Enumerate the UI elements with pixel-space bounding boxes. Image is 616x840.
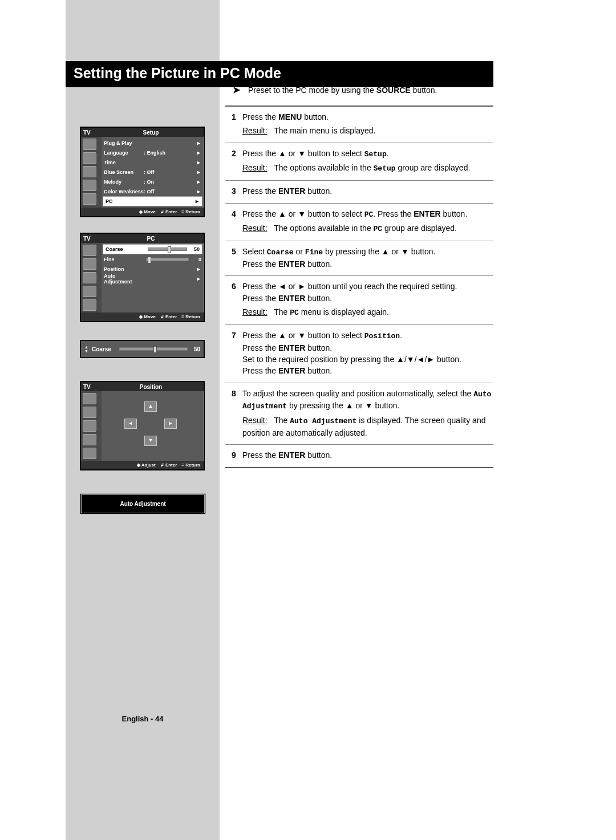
step-body: Press the ENTER button. — [242, 449, 493, 461]
osd-setup-list: Plug & Play►Language: English►Time►Blue … — [102, 137, 204, 208]
osd-footer-hint: ↲ Enter — [160, 462, 177, 468]
osd-footer-hint: ≡ Return — [181, 209, 200, 214]
osd-tv-label: TV — [83, 236, 100, 242]
page-title: Setting the Picture in PC Mode — [66, 61, 493, 87]
step-number: 8 — [225, 388, 242, 439]
osd-menu-item: Language: English► — [102, 148, 204, 157]
osd-menu-item: Time► — [102, 157, 204, 167]
position-up-button: ▲ — [144, 401, 157, 412]
osd-footer-hint: ↲ Enter — [160, 209, 177, 214]
instruction-step: 2Press the ▲ or ▼ button to select Setup… — [225, 143, 493, 181]
instruction-step: 5Select Coarse or Fine by pressing the ▲… — [225, 241, 493, 275]
osd-menu-item: Auto Adjustment► — [102, 274, 204, 283]
intro-text: ➤ Preset to the PC mode by using the SOU… — [233, 84, 437, 95]
result-text: The PC menu is displayed again. — [274, 307, 389, 316]
osd-footer-hint: ≡ Return — [181, 314, 200, 319]
result-text: The main menu is displayed. — [274, 126, 375, 135]
osd-menu-item: Coarse50 — [103, 244, 202, 254]
osd-icon — [83, 258, 96, 270]
result-label: Result: — [242, 126, 268, 135]
osd-menu-item: PC► — [103, 196, 202, 206]
step-number: 1 — [225, 111, 242, 137]
intro-post: button. — [411, 86, 437, 95]
osd-setup-title: Setup — [100, 129, 201, 136]
osd-icon — [83, 299, 96, 311]
coarse-label: Coarse — [92, 346, 117, 352]
osd-icon-column — [81, 243, 102, 313]
instruction-step: 6Press the ◄ or ► button until you reach… — [225, 275, 493, 324]
coarse-adjust-strip: ▲▼ Coarse 50 — [80, 340, 205, 358]
osd-pc-list: Coarse50Fine0Position►Auto Adjustment► — [102, 243, 204, 313]
osd-footer-hint: ≡ Return — [181, 462, 200, 468]
osd-menu-item: Plug & Play► — [102, 138, 204, 148]
osd-menu-item: Position► — [102, 264, 204, 274]
osd-pc-title: PC — [100, 236, 201, 242]
up-down-icon: ▲▼ — [84, 345, 88, 353]
step-body: Select Coarse or Fine by pressing the ▲ … — [242, 246, 493, 270]
osd-icon — [83, 286, 96, 297]
osd-icon — [83, 448, 96, 459]
instruction-step: 9Press the ENTER button. — [225, 444, 493, 468]
result-label: Result: — [242, 416, 268, 425]
slider-thumb — [153, 346, 157, 353]
osd-icon — [83, 152, 96, 164]
osd-icon — [83, 393, 96, 404]
step-number: 7 — [225, 330, 242, 377]
position-pad: ▲ ◄ ► ▼ — [102, 391, 204, 457]
result-text: The Auto Adjustment is displayed. The sc… — [242, 416, 485, 437]
intro-pre: Preset to the PC mode by using the — [248, 86, 376, 95]
osd-footer: ◆ Move↲ Enter≡ Return — [81, 313, 204, 321]
step-body: To adjust the screen quality and positio… — [242, 388, 493, 439]
osd-icon — [83, 272, 96, 283]
step-body: Press the ◄ or ► button until you reach … — [242, 281, 493, 318]
step-number: 5 — [225, 246, 242, 270]
position-left-button: ◄ — [124, 419, 137, 429]
osd-icon-column — [81, 391, 102, 461]
osd-tv-label: TV — [83, 129, 100, 136]
step-number: 3 — [225, 185, 242, 197]
coarse-value: 50 — [190, 346, 200, 352]
auto-adjustment-label: Auto Adjustment — [120, 501, 165, 507]
step-body: Press the MENU button.Result: The main m… — [242, 111, 493, 137]
step-number: 6 — [225, 281, 242, 318]
osd-icon — [83, 166, 96, 177]
result-text: The options available in the Setup group… — [274, 163, 470, 172]
step-number: 2 — [225, 148, 242, 175]
osd-menu-item: Melody: On► — [102, 177, 204, 186]
position-right-button: ► — [164, 419, 177, 429]
step-number: 9 — [225, 449, 242, 461]
result-label: Result: — [242, 163, 268, 172]
osd-icon — [83, 139, 96, 150]
instruction-step: 8To adjust the screen quality and positi… — [225, 383, 493, 445]
osd-footer-hint: ◆ Adjust — [137, 462, 156, 468]
osd-position-title: Position — [100, 384, 201, 390]
result-label: Result: — [242, 307, 268, 316]
step-body: Press the ▲ or ▼ button to select Positi… — [242, 330, 493, 377]
osd-icon — [83, 420, 96, 432]
instruction-step: 3Press the ENTER button. — [225, 180, 493, 202]
osd-icon — [83, 434, 96, 445]
osd-position-screenshot: TV Position ▲ ◄ ► ▼ ◆ Adjust↲ Enter≡ Ret… — [80, 381, 205, 470]
step-number: 4 — [225, 208, 242, 236]
osd-setup-screenshot: TV Setup Plug & Play►Language: English►T… — [80, 127, 205, 217]
osd-pc-screenshot: TV PC Coarse50Fine0Position►Auto Adjustm… — [80, 233, 205, 322]
step-body: Press the ENTER button. — [242, 185, 493, 197]
auto-adjustment-box: Auto Adjustment — [80, 493, 206, 514]
page-margin — [0, 0, 66, 840]
osd-menu-item: Color Weakness: Off► — [102, 186, 204, 196]
osd-icon — [83, 245, 96, 256]
pointer-icon: ➤ — [233, 85, 240, 95]
coarse-slider — [119, 347, 188, 351]
title-container: Setting the Picture in PC Mode — [66, 61, 493, 87]
instruction-list: 1Press the MENU button.Result: The main … — [225, 105, 493, 468]
intro-bold: SOURCE — [376, 86, 411, 95]
result-text: The options available in the PC group ar… — [274, 224, 457, 233]
instruction-step: 7Press the ▲ or ▼ button to select Posit… — [225, 324, 493, 383]
instruction-step: 4Press the ▲ or ▼ button to select PC. P… — [225, 203, 493, 241]
instruction-step: 1Press the MENU button.Result: The main … — [225, 105, 493, 143]
osd-menu-item: Blue Screen: Off► — [102, 167, 204, 177]
osd-menu-item: Fine0 — [102, 254, 204, 264]
osd-footer: ◆ Adjust↲ Enter≡ Return — [81, 461, 204, 469]
osd-icon-column — [81, 137, 102, 208]
osd-footer-hint: ◆ Move — [139, 314, 156, 319]
